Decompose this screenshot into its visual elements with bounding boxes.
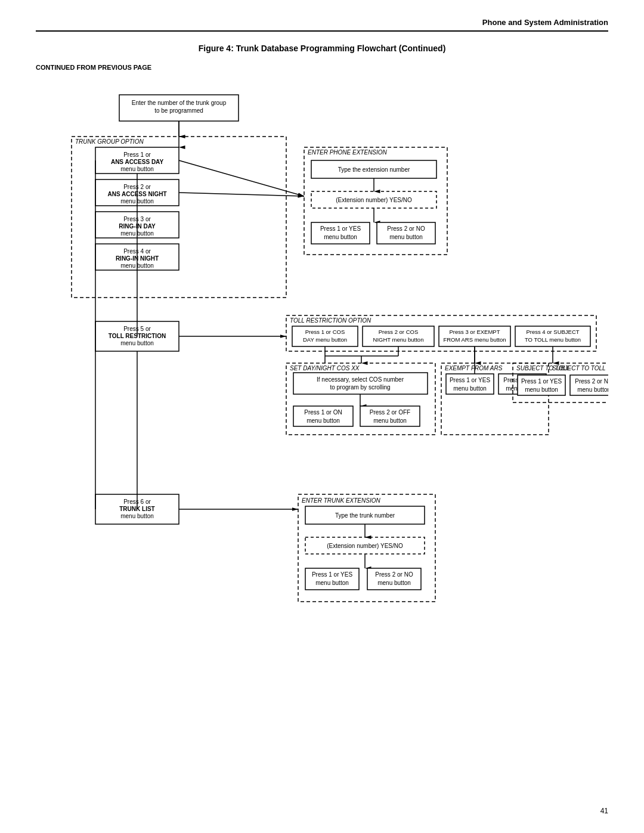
svg-text:NIGHT menu button: NIGHT menu button xyxy=(373,336,424,343)
svg-text:SUBJECT TO TOLL: SUBJECT TO TOLL xyxy=(516,365,570,371)
svg-text:Press 1 or: Press 1 or xyxy=(123,151,151,158)
svg-text:FROM ARS menu button: FROM ARS menu button xyxy=(443,336,506,343)
svg-text:ENTER PHONE EXTENSION: ENTER PHONE EXTENSION xyxy=(308,149,388,156)
svg-text:Press 2 or OFF: Press 2 or OFF xyxy=(370,409,410,416)
figure-title: Figure 4: Trunk Database Programming Flo… xyxy=(36,44,608,53)
page: Phone and System Administration Figure 4… xyxy=(0,0,644,833)
svg-text:Press 1 or ON: Press 1 or ON xyxy=(304,409,342,416)
svg-text:Press 1 or YES: Press 1 or YES xyxy=(312,571,353,578)
svg-text:Press 1 or YES: Press 1 or YES xyxy=(320,225,361,232)
svg-text:menu button: menu button xyxy=(306,417,340,424)
svg-text:Press 1 or COS: Press 1 or COS xyxy=(305,329,345,335)
page-number: 41 xyxy=(600,807,608,815)
svg-text:menu button: menu button xyxy=(120,513,154,519)
svg-text:TRUNK GROUP OPTION: TRUNK GROUP OPTION xyxy=(75,138,144,145)
svg-text:menu button: menu button xyxy=(324,234,357,240)
svg-text:Press 2 or NO: Press 2 or NO xyxy=(575,378,608,385)
svg-text:Press 2 or COS: Press 2 or COS xyxy=(379,329,419,335)
svg-text:menu button: menu button xyxy=(373,417,407,424)
svg-text:TOLL RESTRICTION OPTION: TOLL RESTRICTION OPTION xyxy=(290,317,371,324)
svg-text:ANS ACCESS DAY: ANS ACCESS DAY xyxy=(111,159,163,165)
svg-line-24 xyxy=(179,160,304,196)
flowchart: Enter the number of the trunk group to b… xyxy=(36,77,608,781)
svg-text:menu button: menu button xyxy=(120,166,154,172)
svg-text:Press 3 or EXEMPT: Press 3 or EXEMPT xyxy=(450,329,500,335)
svg-text:menu button: menu button xyxy=(377,580,411,586)
continued-label: CONTINUED FROM PREVIOUS PAGE xyxy=(36,64,608,71)
header-title: Phone and System Administration xyxy=(482,18,608,27)
svg-text:Press 2 or NO: Press 2 or NO xyxy=(387,225,425,232)
svg-text:Type the extension number: Type the extension number xyxy=(338,166,410,173)
svg-text:Press 4 or SUBJECT: Press 4 or SUBJECT xyxy=(526,329,579,335)
svg-text:to program by scrolling: to program by scrolling xyxy=(330,384,390,391)
svg-text:If necessary, select COS numbe: If necessary, select COS number xyxy=(317,376,404,383)
svg-text:menu button: menu button xyxy=(389,234,423,240)
svg-text:(Extension number) YES/NO: (Extension number) YES/NO xyxy=(327,543,403,549)
svg-text:menu button: menu button xyxy=(120,340,154,346)
svg-text:Type the trunk number: Type the trunk number xyxy=(335,512,395,519)
svg-text:Press 1 or YES: Press 1 or YES xyxy=(450,377,491,383)
svg-text:ENTER TRUNK EXTENSION: ENTER TRUNK EXTENSION xyxy=(302,497,380,504)
svg-line-25 xyxy=(179,193,304,196)
svg-text:(Extension number) YES/NO: (Extension number) YES/NO xyxy=(336,197,412,203)
svg-text:SET DAY/NIGHT COS XX: SET DAY/NIGHT COS XX xyxy=(290,365,360,371)
svg-text:menu button: menu button xyxy=(315,580,349,586)
svg-text:to be programmed: to be programmed xyxy=(154,107,203,114)
svg-text:DAY menu button: DAY menu button xyxy=(303,336,347,343)
svg-text:Press 2 or NO: Press 2 or NO xyxy=(375,571,413,578)
svg-text:TO TOLL menu button: TO TOLL menu button xyxy=(525,336,581,343)
page-header: Phone and System Administration xyxy=(36,18,608,32)
svg-text:EXEMPT FROM ARS: EXEMPT FROM ARS xyxy=(445,365,503,371)
svg-text:Press 1 or YES: Press 1 or YES xyxy=(521,378,562,385)
svg-text:menu button: menu button xyxy=(577,386,608,393)
svg-text:Enter the number of the trunk : Enter the number of the trunk group xyxy=(132,100,227,106)
svg-text:menu button: menu button xyxy=(453,385,487,392)
svg-text:menu button: menu button xyxy=(525,386,558,393)
